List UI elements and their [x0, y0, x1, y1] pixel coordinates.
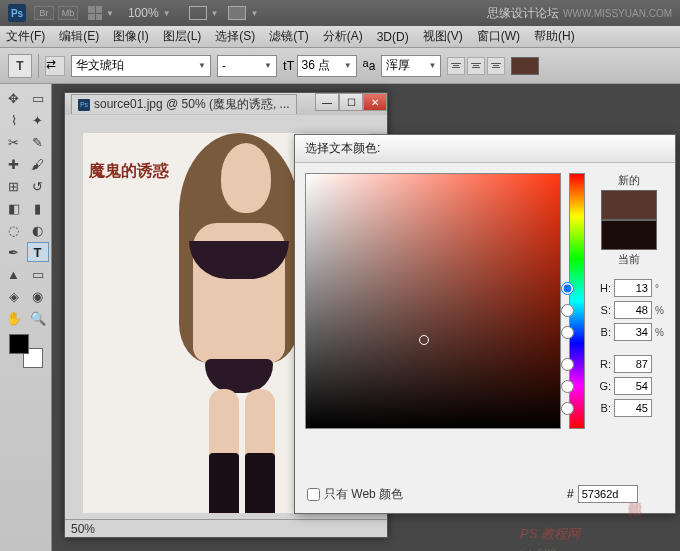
zoom-tool[interactable]: 🔍 — [27, 308, 49, 328]
watermark-link: PS 教程网 — [520, 525, 580, 543]
font-size-group: tT 36 点▼ — [283, 55, 357, 77]
menu-3d[interactable]: 3D(D) — [377, 30, 409, 44]
font-size-select[interactable]: 36 点▼ — [297, 55, 357, 77]
panel-layout-icon[interactable] — [88, 6, 102, 20]
bridge-button[interactable]: Br — [34, 6, 54, 20]
fg-color-swatch[interactable] — [9, 334, 29, 354]
red-input[interactable] — [614, 355, 652, 373]
hand-tool[interactable]: ✋ — [3, 308, 25, 328]
view-mode-icon[interactable] — [228, 6, 246, 20]
menu-layer[interactable]: 图层(L) — [163, 28, 202, 45]
web-colors-checkbox[interactable] — [307, 488, 320, 501]
menu-help[interactable]: 帮助(H) — [534, 28, 575, 45]
percent-unit: % — [655, 305, 665, 316]
3d-camera-tool[interactable]: ◉ — [27, 286, 49, 306]
sv-cursor-icon[interactable] — [419, 335, 429, 345]
hex-row: # — [567, 485, 638, 503]
zoom-readout[interactable]: 50% — [71, 522, 95, 536]
menu-image[interactable]: 图像(I) — [113, 28, 148, 45]
divider — [38, 54, 39, 78]
hex-input[interactable] — [578, 485, 638, 503]
3d-tool[interactable]: ◈ — [3, 286, 25, 306]
wand-tool[interactable]: ✦ — [27, 110, 49, 130]
screen-mode-icon[interactable] — [189, 6, 207, 20]
crop-tool[interactable]: ✂ — [3, 132, 25, 152]
watermark-url: www.tata580.com — [493, 547, 580, 551]
menu-select[interactable]: 选择(S) — [215, 28, 255, 45]
blue-radio[interactable] — [561, 402, 574, 415]
document-tab[interactable]: Ps source01.jpg @ 50% (魔鬼的诱惑, ... — [71, 94, 297, 114]
heal-tool[interactable]: ✚ — [3, 154, 25, 174]
move-tool[interactable]: ✥ — [3, 88, 25, 108]
menu-edit[interactable]: 编辑(E) — [59, 28, 99, 45]
current-color-swatch[interactable] — [601, 220, 657, 250]
dropdown-icon[interactable]: ▼ — [250, 9, 258, 18]
eyedropper-tool[interactable]: ✎ — [27, 132, 49, 152]
hue-row: H:° — [561, 279, 665, 297]
align-right-button[interactable] — [487, 57, 505, 75]
pen-tool[interactable]: ✒ — [3, 242, 25, 262]
saturation-value-box[interactable] — [305, 173, 561, 429]
document-tabbar: Ps source01.jpg @ 50% (魔鬼的诱惑, ... — ☐ ✕ — [65, 93, 387, 115]
brush-tool[interactable]: 🖌 — [27, 154, 49, 174]
antialias-select[interactable]: 浑厚▼ — [381, 55, 441, 77]
type-tool[interactable]: T — [27, 242, 49, 262]
menu-view[interactable]: 视图(V) — [423, 28, 463, 45]
active-tool-preview[interactable]: T — [8, 54, 32, 78]
menu-filter[interactable]: 滤镜(T) — [269, 28, 308, 45]
font-style-select[interactable]: -▼ — [217, 55, 277, 77]
chevron-down-icon: ▼ — [344, 61, 352, 70]
main-menubar: 文件(F) 编辑(E) 图像(I) 图层(L) 选择(S) 滤镜(T) 分析(A… — [0, 26, 680, 48]
close-button[interactable]: ✕ — [363, 93, 387, 111]
antialias-label: aa — [363, 57, 376, 73]
text-color-swatch[interactable] — [511, 57, 539, 75]
gradient-tool[interactable]: ▮ — [27, 198, 49, 218]
hex-label: # — [567, 487, 574, 501]
blue-input[interactable] — [614, 399, 652, 417]
dropdown-icon[interactable]: ▼ — [211, 9, 219, 18]
stamp-tool[interactable]: ⊞ — [3, 176, 25, 196]
lasso-tool[interactable]: ⌇ — [3, 110, 25, 130]
maximize-button[interactable]: ☐ — [339, 93, 363, 111]
menu-file[interactable]: 文件(F) — [6, 28, 45, 45]
chevron-down-icon: ▼ — [428, 61, 436, 70]
menu-analysis[interactable]: 分析(A) — [323, 28, 363, 45]
dropdown-icon[interactable]: ▼ — [163, 9, 171, 18]
align-left-button[interactable] — [447, 57, 465, 75]
sat-radio[interactable] — [561, 304, 574, 317]
green-radio[interactable] — [561, 380, 574, 393]
text-align-group — [447, 57, 505, 75]
fg-bg-colors[interactable] — [9, 334, 43, 368]
minibridge-button[interactable]: Mb — [58, 6, 78, 20]
menu-window[interactable]: 窗口(W) — [477, 28, 520, 45]
zoom-level[interactable]: 100% — [128, 6, 159, 20]
degree-unit: ° — [655, 283, 665, 294]
shape-tool[interactable]: ▭ — [27, 264, 49, 284]
font-family-select[interactable]: 华文琥珀▼ — [71, 55, 211, 77]
dropdown-icon[interactable]: ▼ — [106, 9, 114, 18]
blur-tool[interactable]: ◌ — [3, 220, 25, 240]
red-radio[interactable] — [561, 358, 574, 371]
align-center-button[interactable] — [467, 57, 485, 75]
text-layer-stamp[interactable]: 魔鬼的诱惑 — [89, 161, 169, 182]
red-label: R: — [577, 358, 611, 370]
sat-input[interactable] — [614, 301, 652, 319]
text-orientation-button[interactable]: ⇄ — [45, 56, 65, 76]
hue-input[interactable] — [614, 279, 652, 297]
bri-input[interactable] — [614, 323, 652, 341]
new-color-swatch — [601, 190, 657, 220]
tool-options-bar: T ⇄ 华文琥珀▼ -▼ tT 36 点▼ aa 浑厚▼ — [0, 48, 680, 84]
sat-row: S:% — [561, 301, 665, 319]
history-brush-tool[interactable]: ↺ — [27, 176, 49, 196]
hue-radio[interactable] — [561, 282, 574, 295]
path-select-tool[interactable]: ▲ — [3, 264, 25, 284]
web-only-row: 只有 Web 颜色 — [307, 486, 403, 503]
dodge-tool[interactable]: ◐ — [27, 220, 49, 240]
minimize-button[interactable]: — — [315, 93, 339, 111]
green-row: G: — [561, 377, 665, 395]
chevron-down-icon: ▼ — [198, 61, 206, 70]
eraser-tool[interactable]: ◧ — [3, 198, 25, 218]
marquee-tool[interactable]: ▭ — [27, 88, 49, 108]
bri-radio[interactable] — [561, 326, 574, 339]
green-input[interactable] — [614, 377, 652, 395]
